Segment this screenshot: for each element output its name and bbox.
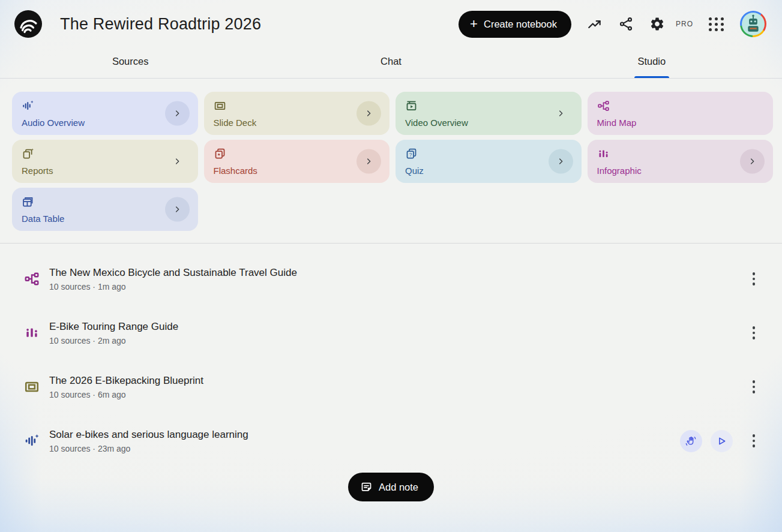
card-label: Quiz	[405, 166, 424, 176]
artifact-list: The New Mexico Bicycle and Sustainable T…	[0, 252, 782, 468]
list-item[interactable]: The 2026 E-Bikepacking Blueprint 10 sour…	[0, 360, 782, 414]
card-mind-map[interactable]: Mind Map	[588, 92, 774, 135]
card-label: Audio Overview	[22, 118, 85, 128]
tab-chat[interactable]: Chat	[260, 50, 521, 78]
card-data-table[interactable]: Data Table	[12, 188, 198, 231]
tab-sources[interactable]: Sources	[0, 50, 260, 78]
more-options-icon[interactable]	[746, 323, 762, 343]
card-video-overview[interactable]: Video Overview	[396, 92, 582, 135]
infographic-icon	[24, 325, 40, 341]
create-notebook-button[interactable]: + Create notebook	[459, 11, 571, 38]
play-icon[interactable]	[711, 430, 733, 452]
artifact-meta: 10 sources · 1m ago	[49, 282, 297, 291]
more-options-icon[interactable]	[746, 377, 762, 397]
chevron-right-icon[interactable]	[356, 101, 381, 126]
note-icon	[360, 481, 373, 494]
card-infographic[interactable]: Infographic	[588, 140, 774, 183]
studio-card-grid: Audio Overview Slide Deck Video Overview	[12, 92, 773, 231]
card-label: Mind Map	[597, 118, 637, 128]
more-options-icon[interactable]	[746, 269, 762, 289]
trending-up-icon[interactable]	[587, 16, 603, 32]
list-item[interactable]: Solar e-bikes and serious language learn…	[0, 414, 782, 468]
card-label: Video Overview	[405, 118, 468, 128]
card-reports[interactable]: Reports	[12, 140, 198, 183]
audio-waveform-icon	[24, 433, 40, 449]
card-flashcards[interactable]: Flashcards	[204, 140, 390, 183]
active-tab-underline	[634, 76, 669, 78]
tab-studio[interactable]: Studio	[522, 50, 782, 78]
card-quiz[interactable]: ? Quiz	[396, 140, 582, 183]
chevron-right-icon[interactable]	[165, 197, 190, 222]
card-label: Flashcards	[214, 166, 257, 176]
artifact-meta: 10 sources · 2m ago	[49, 336, 178, 345]
list-item[interactable]: E-Bike Touring Range Guide 10 sources · …	[0, 306, 782, 360]
pro-badge: PRO	[676, 20, 693, 28]
mind-map-icon	[597, 100, 610, 112]
plus-icon: +	[470, 17, 478, 31]
chevron-right-icon[interactable]	[165, 101, 190, 126]
studio-list-divider	[0, 243, 782, 244]
chevron-right-icon[interactable]	[165, 149, 190, 174]
list-item[interactable]: The New Mexico Bicycle and Sustainable T…	[0, 252, 782, 306]
avatar[interactable]	[740, 11, 766, 37]
share-icon[interactable]	[618, 16, 634, 32]
chevron-right-icon[interactable]	[549, 101, 573, 126]
audio-waveform-icon	[22, 100, 34, 112]
artifact-title: E-Bike Touring Range Guide	[49, 321, 178, 333]
artifact-title: The 2026 E-Bikepacking Blueprint	[49, 375, 203, 387]
video-overview-icon	[405, 100, 418, 112]
artifact-meta: 10 sources · 23m ago	[49, 444, 248, 453]
tab-sources-label: Sources	[112, 56, 149, 67]
artifact-meta: 10 sources · 6m ago	[49, 390, 203, 399]
app-header: The Rewired Roadtrip 2026 + Create noteb…	[0, 0, 782, 48]
tab-chat-label: Chat	[380, 56, 402, 67]
settings-icon[interactable]	[649, 16, 665, 32]
chevron-right-icon[interactable]	[549, 149, 573, 174]
notebook-title[interactable]: The Rewired Roadtrip 2026	[60, 15, 261, 34]
add-note-button[interactable]: Add note	[348, 473, 434, 501]
card-label: Data Table	[22, 214, 64, 224]
artifact-title: Solar e-bikes and serious language learn…	[49, 429, 248, 441]
chevron-right-icon[interactable]	[356, 149, 381, 174]
slide-deck-icon	[214, 100, 226, 112]
add-note-label: Add note	[379, 482, 418, 493]
card-audio-overview[interactable]: Audio Overview	[12, 92, 198, 135]
card-label: Slide Deck	[214, 118, 257, 128]
artifact-title: The New Mexico Bicycle and Sustainable T…	[49, 267, 297, 279]
mind-map-icon	[24, 271, 40, 287]
card-label: Reports	[22, 166, 53, 176]
slide-deck-icon	[24, 379, 40, 395]
interactive-mode-hand-icon[interactable]	[680, 430, 702, 452]
card-slide-deck[interactable]: Slide Deck	[204, 92, 390, 135]
data-table-icon	[22, 196, 34, 208]
notebooklm-logo[interactable]	[14, 10, 42, 38]
main-tabs: Sources Chat Studio	[0, 50, 782, 79]
flashcards-icon	[214, 148, 226, 160]
svg-text:?: ?	[409, 152, 412, 158]
create-notebook-label: Create notebook	[484, 19, 557, 30]
apps-grid-icon[interactable]	[709, 17, 724, 31]
tab-studio-label: Studio	[637, 56, 666, 67]
quiz-icon: ?	[405, 148, 418, 160]
reports-icon	[22, 148, 34, 160]
more-options-icon[interactable]	[746, 431, 762, 451]
card-label: Infographic	[597, 166, 642, 176]
chevron-right-icon[interactable]	[740, 149, 765, 174]
infographic-icon	[597, 148, 610, 160]
